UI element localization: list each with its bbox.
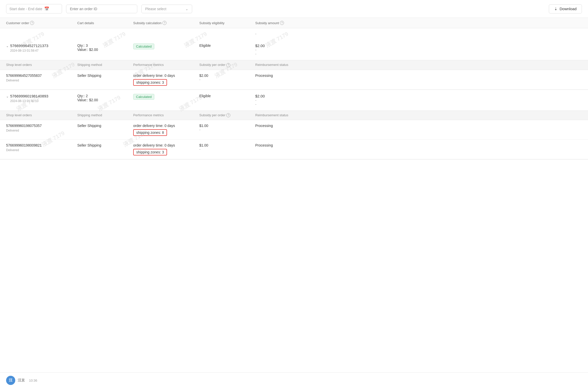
cart-details-1: Qty:: 3 Value:: $2.00 (77, 44, 133, 52)
calculated-badge-1: Calculated (133, 44, 154, 49)
download-label: Download (560, 7, 577, 11)
sub-col-shop-orders: Shop level orders (6, 63, 77, 67)
sub-col-reimbursement: Reimbursement status (255, 63, 301, 67)
subsidy-per-order-help-icon[interactable]: ? (226, 63, 230, 67)
sub-col-subsidy-per-order-2: Subsidy per order ? (199, 113, 255, 118)
eligibility-2: Eligible (199, 94, 255, 98)
empty-row: - (0, 28, 588, 39)
reimbursement-2-2: Processing (255, 143, 301, 147)
chevron-down-icon: ⌄ (185, 7, 188, 11)
reimbursement-1-1: Processing (255, 74, 301, 78)
download-button[interactable]: ⇣ Download (549, 4, 582, 13)
shop-order-row-2-1: 576699960198075357 Delivered Seller Ship… (0, 120, 588, 140)
reimbursement-2-1: Processing (255, 124, 301, 128)
status-select[interactable]: Please select ⌄ (141, 5, 192, 13)
order-main-row-2: ⌄ 576699960198140893 2024-08-13 01:40:10… (0, 90, 588, 110)
calculation-1: Calculated (133, 44, 199, 49)
amount-dash-2b: - (255, 102, 301, 106)
expand-icon-2[interactable]: ⌄ (6, 95, 9, 98)
order-id-1: 576699964527121373 (10, 44, 48, 48)
cart-value-2: Value:: $2.00 (77, 98, 133, 102)
cart-qty-2: Qty:: 2 (77, 94, 133, 98)
col-subsidy-amount: Subsidy amount ? (255, 21, 301, 25)
order-id-section-2: ⌄ 576699960198140893 2024-08-13 01:40:10 (6, 94, 77, 103)
shipping-method-2-1: Seller Shipping (77, 124, 133, 128)
order-id-2: 576699960198140893 (10, 94, 48, 98)
col-subsidy-calculation-label: Subsidy calculation (133, 21, 161, 25)
sub-col-subsidy-per-order: Subsidy per order ? (199, 63, 255, 67)
shop-order-id-2-2: 576699960198009821 Delivered (6, 143, 77, 152)
sub-col-shipping-method-2: Shipping method (77, 113, 133, 118)
subsidy-amount-help-icon[interactable]: ? (280, 21, 284, 25)
performance-2-2: order delivery time: 0 days shipping zon… (133, 143, 199, 155)
performance-2-1: order delivery time: 0 days shipping zon… (133, 124, 199, 136)
col-subsidy-eligibility: Subsidy eligibility (199, 21, 255, 25)
eligibility-1: Eligible (199, 44, 255, 48)
select-placeholder: Please select (145, 7, 166, 11)
col-subsidy-amount-label: Subsidy amount (255, 21, 279, 25)
shipping-method-1-1: Seller Shipping (77, 74, 133, 78)
expand-icon-1[interactable]: ⌄ (6, 44, 9, 48)
sub-col-shop-orders-2: Shop level orders (6, 113, 77, 118)
shop-order-id-2-1: 576699960198075357 Delivered (6, 124, 77, 132)
delivery-time-2-1: order delivery time: 0 days (133, 124, 199, 128)
empty-subsidy-dash: - (255, 32, 301, 36)
shop-order-id-1-1: 576699964527055837 Delivered (6, 74, 77, 82)
sub-col-performance-2: Performance metrics (133, 113, 199, 118)
order-id-input[interactable] (66, 5, 137, 13)
shipping-method-2-2: Seller Shipping (77, 143, 133, 147)
order-group-2: ⌄ 576699960198140893 2024-08-13 01:40:10… (0, 90, 588, 160)
subsidy-calculation-help-icon[interactable]: ? (162, 21, 167, 25)
order-main-row-1: ⌄ 576699964527121373 2024-08-13 01:59:47… (0, 39, 588, 60)
delivery-time-2-2: order delivery time: 0 days (133, 143, 199, 147)
amount-2: $2.00 (255, 94, 301, 98)
col-cart-details-label: Cart details (77, 21, 94, 25)
toolbar: Start date - End date 📅 Please select ⌄ … (0, 0, 588, 18)
sub-col-shipping-method: Shipping method (77, 63, 133, 67)
subsidy-per-order-2-1: $1.00 - (199, 124, 255, 132)
order-date-2: 2024-08-13 01:40:10 (10, 99, 48, 103)
col-customer-order: Customer order ? (6, 21, 77, 25)
cart-value-1: Value:: $2.00 (77, 48, 133, 52)
calendar-icon: 📅 (44, 6, 49, 11)
col-subsidy-calculation: Subsidy calculation ? (133, 21, 199, 25)
order-id-section-1: ⌄ 576699964527121373 2024-08-13 01:59:47 (6, 44, 77, 52)
date-range-label: Start date - End date (9, 7, 42, 11)
col-cart-details: Cart details (77, 21, 133, 25)
order-date-1: 2024-08-13 01:59:47 (10, 49, 48, 52)
order-group-1: ⌄ 576699964527121373 2024-08-13 01:59:47… (0, 39, 588, 90)
sub-header-row-2: Shop level orders Shipping method Perfor… (0, 110, 588, 120)
download-icon: ⇣ (554, 7, 557, 11)
amount-dash-2a: - (255, 98, 301, 102)
col-extra (301, 21, 352, 25)
cart-qty-1: Qty:: 3 (77, 44, 133, 48)
subsidy-per-order-help-icon-2[interactable]: ? (226, 113, 230, 117)
table-content: 液渡 7179 液渡 7179 液渡 7179 液渡 7179 液渡 7179 … (0, 28, 588, 160)
amount-dash-1a: - (255, 48, 301, 52)
calculation-2: Calculated (133, 94, 199, 100)
shop-order-row-2-2: 576699960198009821 Delivered Seller Ship… (0, 140, 588, 159)
shop-order-row-1-1: 576699964527055837 Delivered Seller Ship… (0, 70, 588, 90)
date-range-input[interactable]: Start date - End date 📅 (6, 4, 62, 13)
customer-order-help-icon[interactable]: ? (30, 21, 34, 25)
col-subsidy-eligibility-label: Subsidy eligibility (199, 21, 224, 25)
cart-details-2: Qty:: 2 Value:: $2.00 (77, 94, 133, 102)
sub-col-reimbursement-2: Reimbursement status (255, 113, 301, 118)
delivery-time-1-1: order delivery time: 0 days (133, 74, 199, 78)
amount-dash-1b: - (255, 52, 301, 56)
sub-header-row-1: Shop level orders Shipping method Perfor… (0, 60, 588, 70)
sub-col-performance: Performance metrics (133, 63, 199, 67)
table-header: Customer order ? Cart details Subsidy ca… (0, 18, 588, 28)
calculated-badge-2: Calculated (133, 94, 154, 100)
subsidy-per-order-1-1: $2.00 - (199, 74, 255, 82)
amount-1: $2.00 (255, 44, 301, 48)
subsidy-per-order-2-2: $1.00 - (199, 143, 255, 151)
shipping-zones-box-2-2: shipping zones: 3 (133, 149, 167, 155)
col-customer-order-label: Customer order (6, 21, 29, 25)
shipping-zones-box-1-1: shipping zones: 3 (133, 79, 167, 86)
performance-1-1: order delivery time: 0 days shipping zon… (133, 74, 199, 86)
shipping-zones-box-2-1: shipping zones: 8 (133, 129, 167, 136)
